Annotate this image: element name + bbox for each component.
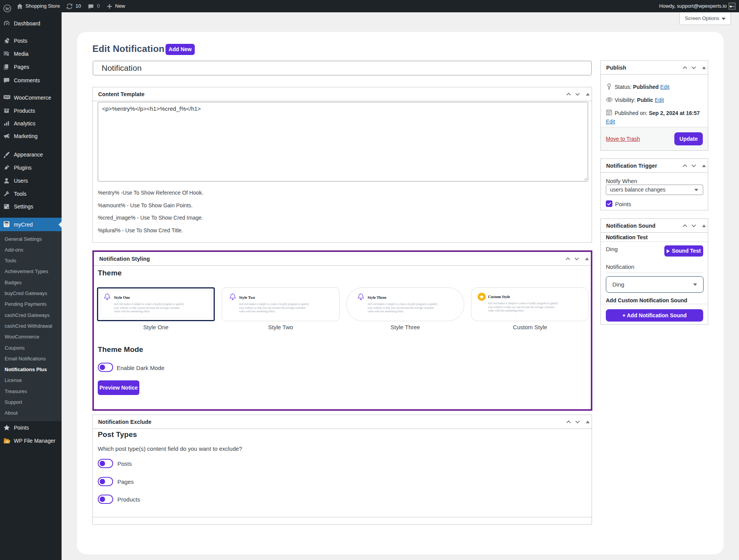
svg-text:W: W xyxy=(5,5,10,11)
svg-text:WOO: WOO xyxy=(4,96,9,98)
